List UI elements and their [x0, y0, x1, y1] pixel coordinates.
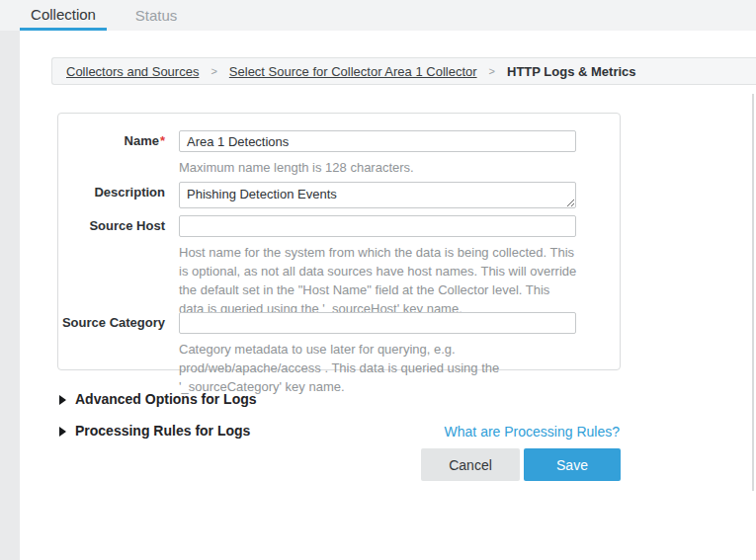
- collapsed-triangle-icon: [59, 395, 66, 405]
- advanced-options-label: Advanced Options for Logs: [75, 392, 257, 407]
- name-input[interactable]: [179, 130, 576, 152]
- name-helper-text: Maximum name length is 128 characters.: [179, 158, 578, 177]
- processing-rules-section-toggle[interactable]: Processing Rules for Logs: [59, 424, 250, 439]
- collapsed-triangle-icon: [59, 427, 66, 437]
- tab-status[interactable]: Status: [115, 0, 198, 31]
- content-area: Collectors and Sources > Select Source f…: [20, 31, 756, 560]
- tab-collection-label: Collection: [31, 6, 96, 23]
- what-are-processing-rules-link[interactable]: What are Processing Rules?: [445, 424, 620, 440]
- source-host-label: Source Host: [58, 215, 165, 237]
- form-action-buttons: Cancel Save: [421, 448, 621, 481]
- processing-rules-label: Processing Rules for Logs: [75, 424, 250, 439]
- description-label: Description: [58, 182, 165, 203]
- breadcrumb-collectors-and-sources[interactable]: Collectors and Sources: [66, 64, 199, 79]
- source-category-helper-text: Category metadata to use later for query…: [179, 340, 578, 396]
- source-category-input[interactable]: [179, 312, 576, 334]
- vertical-scrollbar[interactable]: [752, 94, 754, 491]
- tab-collection[interactable]: Collection: [20, 0, 107, 31]
- left-gutter: [0, 31, 20, 560]
- source-form-panel: Name* Maximum name length is 128 charact…: [57, 113, 621, 370]
- breadcrumb-separator: >: [210, 65, 216, 77]
- breadcrumb: Collectors and Sources > Select Source f…: [51, 57, 756, 85]
- source-category-label: Source Category: [58, 312, 165, 334]
- name-label: Name*: [58, 130, 165, 152]
- required-asterisk: *: [160, 133, 165, 148]
- breadcrumb-current-page: HTTP Logs & Metrics: [507, 64, 636, 79]
- breadcrumb-select-source[interactable]: Select Source for Collector Area 1 Colle…: [229, 64, 477, 79]
- source-config-screen: Collection Status Collectors and Sources…: [0, 0, 756, 560]
- save-button[interactable]: Save: [524, 448, 621, 481]
- description-textarea[interactable]: Phishing Detection Events: [179, 182, 576, 208]
- cancel-button[interactable]: Cancel: [421, 448, 520, 481]
- breadcrumb-separator: >: [489, 65, 495, 77]
- source-host-input[interactable]: [179, 215, 576, 237]
- source-host-helper-text: Host name for the system from which the …: [179, 243, 578, 318]
- tab-status-label: Status: [135, 7, 178, 24]
- advanced-options-section-toggle[interactable]: Advanced Options for Logs: [59, 392, 257, 407]
- tab-bar: Collection Status: [0, 0, 756, 31]
